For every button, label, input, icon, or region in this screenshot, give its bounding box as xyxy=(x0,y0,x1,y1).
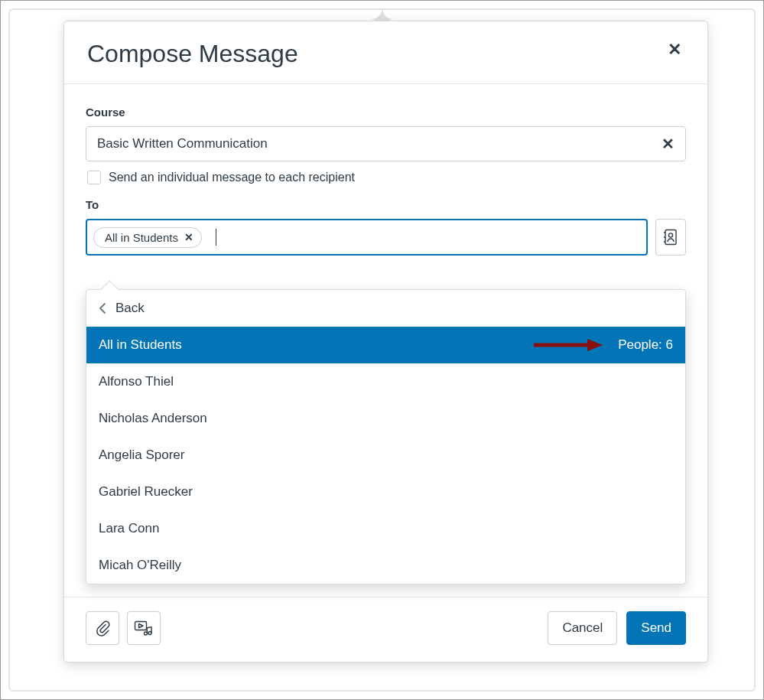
svg-marker-8 xyxy=(139,624,144,628)
modal-title: Compose Message xyxy=(87,40,298,68)
divider xyxy=(64,83,707,84)
send-button[interactable]: Send xyxy=(626,611,686,645)
recipients-dropdown: Back All in Students People: 6 Alfonso T… xyxy=(86,289,686,584)
attach-button[interactable] xyxy=(86,611,119,645)
clear-course-icon[interactable]: ✕ xyxy=(662,135,675,153)
close-icon[interactable]: ✕ xyxy=(665,40,684,60)
recipient-chip-label: All in Students xyxy=(105,231,178,244)
annotation-arrow-icon xyxy=(532,337,603,353)
modal-footer: Cancel Send xyxy=(64,597,707,662)
cancel-button[interactable]: Cancel xyxy=(548,611,617,645)
recipient-chip: All in Students ✕ xyxy=(93,227,202,248)
to-label: To xyxy=(86,198,686,211)
dropdown-item[interactable]: Alfonso Thiel xyxy=(86,363,685,400)
dropdown-back-label: Back xyxy=(115,301,145,316)
address-book-icon xyxy=(663,229,678,246)
individual-message-row: Send an individual message to each recip… xyxy=(87,171,686,184)
dropdown-item[interactable]: Angelia Sporer xyxy=(86,437,685,474)
media-icon xyxy=(134,620,154,636)
to-input[interactable]: All in Students ✕ xyxy=(86,219,648,256)
chevron-left-icon xyxy=(99,302,106,314)
individual-message-checkbox[interactable] xyxy=(87,171,101,184)
dropdown-item-label: Lara Conn xyxy=(99,521,159,536)
svg-rect-7 xyxy=(135,622,147,630)
dropdown-item-label: Gabriel Ruecker xyxy=(99,484,193,500)
dropdown-item-label: Micah O'Reilly xyxy=(99,558,181,573)
course-value: Basic Written Communication xyxy=(97,136,268,151)
svg-point-1 xyxy=(668,233,672,237)
course-select[interactable]: Basic Written Communication ✕ xyxy=(86,126,686,161)
text-cursor xyxy=(216,229,216,246)
address-book-button[interactable] xyxy=(655,219,686,256)
dropdown-item[interactable]: Micah O'Reilly xyxy=(86,547,685,584)
svg-marker-6 xyxy=(587,339,603,351)
footer-right: Cancel Send xyxy=(548,611,686,645)
dropdown-item[interactable]: Nicholas Anderson xyxy=(86,400,685,437)
dropdown-item-label: Nicholas Anderson xyxy=(99,411,207,426)
modal-header: Compose Message ✕ xyxy=(64,21,707,83)
dropdown-people-count: People: 6 xyxy=(618,337,673,353)
dropdown-item-label: Alfonso Thiel xyxy=(99,374,174,389)
modal-body: Course Basic Written Communication ✕ Sen… xyxy=(64,90,707,597)
dropdown-item-label: Angelia Sporer xyxy=(99,448,184,463)
dropdown-item-label: All in Students xyxy=(99,337,182,353)
dropdown-item[interactable]: Gabriel Ruecker xyxy=(86,474,685,510)
dropdown-back[interactable]: Back xyxy=(86,290,685,327)
course-label: Course xyxy=(86,106,686,119)
remove-chip-icon[interactable]: ✕ xyxy=(183,231,195,243)
app-frame: ✦ Compose Message ✕ Course Basic Written… xyxy=(8,8,756,692)
footer-left xyxy=(86,611,161,645)
dropdown-item-all[interactable]: All in Students People: 6 xyxy=(86,327,685,363)
to-row: All in Students ✕ xyxy=(86,219,686,256)
paperclip-icon xyxy=(95,620,110,637)
dropdown-item[interactable]: Lara Conn xyxy=(86,510,685,547)
individual-message-label: Send an individual message to each recip… xyxy=(109,171,355,184)
media-button[interactable] xyxy=(127,611,161,645)
compose-message-modal: Compose Message ✕ Course Basic Written C… xyxy=(63,21,708,663)
